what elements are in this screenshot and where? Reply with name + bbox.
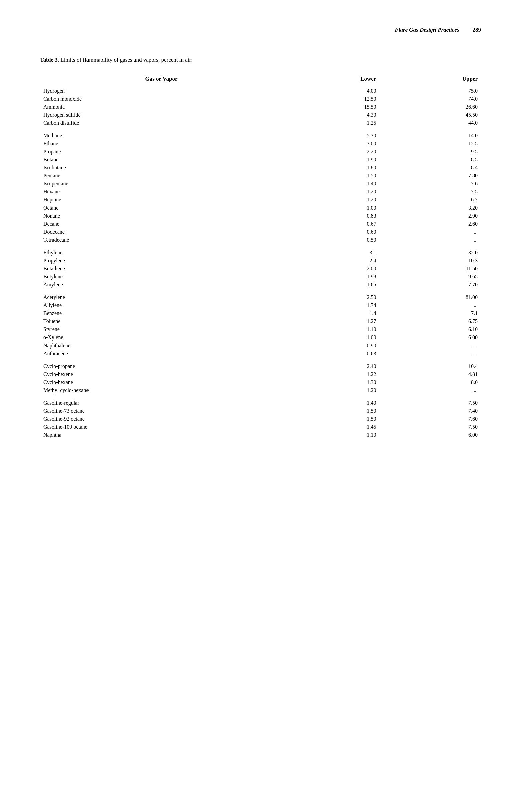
- group-spacer: [40, 357, 481, 362]
- cell-lower: 0.60: [282, 228, 379, 236]
- cell-lower: 1.25: [282, 119, 379, 127]
- cell-upper: 14.0: [379, 132, 481, 140]
- cell-upper: ....: [379, 342, 481, 350]
- cell-lower: 2.4: [282, 257, 379, 265]
- table-row: Iso-butane1.808.4: [40, 164, 481, 172]
- group-spacer: [40, 127, 481, 132]
- cell-gas: Styrene: [40, 326, 282, 333]
- col-header-lower: Lower: [282, 73, 379, 86]
- cell-gas: Hexane: [40, 188, 282, 196]
- cell-upper: 45.50: [379, 111, 481, 119]
- cell-upper: 6.10: [379, 326, 481, 333]
- page-header: Flare Gas Design Practices 289: [40, 27, 481, 37]
- table-row: Methyl cyclo-hexane1.20....: [40, 386, 481, 394]
- cell-gas: Pentane: [40, 172, 282, 180]
- cell-upper: 10.4: [379, 362, 481, 370]
- table-row: Benzene1.47.1: [40, 309, 481, 317]
- cell-gas: Nonane: [40, 212, 282, 220]
- table-row: Tetradecane0.50....: [40, 236, 481, 244]
- cell-gas: Ethane: [40, 140, 282, 148]
- table-row: Pentane1.507.80: [40, 172, 481, 180]
- table-row: Heptane1.206.7: [40, 196, 481, 204]
- table-row: Gasoline-73 octane1.507.40: [40, 407, 481, 415]
- table-caption-text: Limits of flammability of gases and vapo…: [59, 57, 193, 63]
- cell-gas: Anthracene: [40, 350, 282, 357]
- table-row: Methane5.3014.0: [40, 132, 481, 140]
- cell-lower: 1.20: [282, 196, 379, 204]
- cell-lower: 2.00: [282, 265, 379, 273]
- cell-gas: Methyl cyclo-hexane: [40, 386, 282, 394]
- header-title: Flare Gas Design Practices: [395, 27, 459, 34]
- cell-upper: 6.00: [379, 333, 481, 342]
- cell-gas: Acetylene: [40, 293, 282, 301]
- cell-upper: 8.4: [379, 164, 481, 172]
- cell-upper: 7.80: [379, 172, 481, 180]
- cell-gas: Butylene: [40, 273, 282, 281]
- cell-upper: 32.0: [379, 249, 481, 257]
- cell-lower: 1.10: [282, 431, 379, 439]
- header-page-number: 289: [473, 27, 481, 34]
- cell-upper: 12.5: [379, 140, 481, 148]
- table-row: Butadiene2.0011.50: [40, 265, 481, 273]
- cell-lower: 15.50: [282, 103, 379, 111]
- cell-lower: 1.00: [282, 333, 379, 342]
- table-row: Naphthalene0.90....: [40, 342, 481, 350]
- cell-gas: Dodecane: [40, 228, 282, 236]
- cell-lower: 1.27: [282, 317, 379, 326]
- cell-upper: 7.1: [379, 309, 481, 317]
- cell-lower: 1.40: [282, 399, 379, 407]
- cell-upper: 3.20: [379, 204, 481, 212]
- cell-lower: 1.80: [282, 164, 379, 172]
- cell-gas: Naphthalene: [40, 342, 282, 350]
- table-row: Propylene2.410.3: [40, 257, 481, 265]
- cell-upper: 7.50: [379, 399, 481, 407]
- table-row: Cyclo-hexene1.224.81: [40, 370, 481, 378]
- cell-gas: Propylene: [40, 257, 282, 265]
- cell-lower: 2.50: [282, 293, 379, 301]
- cell-lower: 1.90: [282, 156, 379, 164]
- cell-upper: 10.3: [379, 257, 481, 265]
- table-row: Ethylene3.132.0: [40, 249, 481, 257]
- cell-upper: 7.6: [379, 180, 481, 188]
- table-row: Butane1.908.5: [40, 156, 481, 164]
- cell-gas: Allylene: [40, 301, 282, 309]
- cell-gas: Gasoline-92 octane: [40, 415, 282, 423]
- cell-upper: 9.5: [379, 148, 481, 156]
- table-caption: Table 3. Limits of flammability of gases…: [40, 57, 481, 64]
- table-row: Gasoline-100 octane1.457.50: [40, 423, 481, 431]
- cell-gas: Ethylene: [40, 249, 282, 257]
- cell-gas: Tetradecane: [40, 236, 282, 244]
- col-header-upper: Upper: [379, 73, 481, 86]
- cell-gas: Iso-pentane: [40, 180, 282, 188]
- cell-gas: Butane: [40, 156, 282, 164]
- cell-upper: 2.60: [379, 220, 481, 228]
- table-row: Amylene1.657.70: [40, 281, 481, 289]
- cell-lower: 1.4: [282, 309, 379, 317]
- cell-upper: 26.60: [379, 103, 481, 111]
- cell-lower: 5.30: [282, 132, 379, 140]
- cell-lower: 0.90: [282, 342, 379, 350]
- table-row: Allylene1.74....: [40, 301, 481, 309]
- cell-upper: 4.81: [379, 370, 481, 378]
- cell-lower: 4.00: [282, 87, 379, 95]
- table-row: Anthracene0.63....: [40, 350, 481, 357]
- cell-gas: Heptane: [40, 196, 282, 204]
- cell-upper: 7.5: [379, 188, 481, 196]
- cell-gas: Cyclo-hexane: [40, 378, 282, 386]
- table-row: Butylene1.989.65: [40, 273, 481, 281]
- cell-upper: 8.5: [379, 156, 481, 164]
- cell-lower: 1.50: [282, 172, 379, 180]
- cell-upper: ....: [379, 236, 481, 244]
- cell-gas: Ammonia: [40, 103, 282, 111]
- table-row: Carbon monoxide12.5074.0: [40, 95, 481, 103]
- flammability-table: Gas or Vapor Lower Upper Hydrogen4.0075.…: [40, 73, 481, 439]
- group-spacer: [40, 394, 481, 399]
- cell-lower: 1.40: [282, 180, 379, 188]
- cell-upper: 6.7: [379, 196, 481, 204]
- group-spacer: [40, 244, 481, 249]
- cell-upper: ....: [379, 301, 481, 309]
- cell-gas: Methane: [40, 132, 282, 140]
- table-row: Propane2.209.5: [40, 148, 481, 156]
- cell-lower: 3.1: [282, 249, 379, 257]
- table-row: Iso-pentane1.407.6: [40, 180, 481, 188]
